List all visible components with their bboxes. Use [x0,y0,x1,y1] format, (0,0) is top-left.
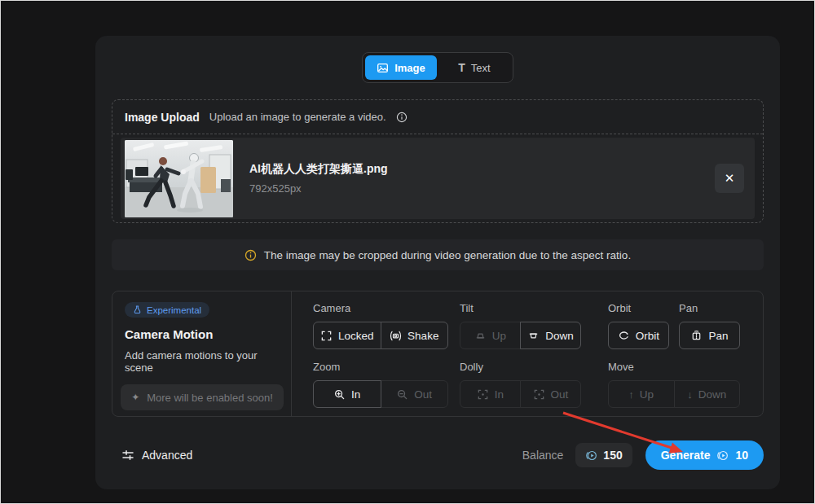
tilt-up-button[interactable]: Up [460,322,521,349]
footer-bar: Advanced Balance 150 Generate 10 [121,440,764,470]
camera-shake-label: Shake [408,330,438,342]
zoom-out-button[interactable]: Out [381,380,449,408]
zoom-out-icon [396,388,408,401]
zoom-label: Zoom [313,361,448,373]
mode-tabbar: Image T Text [362,52,513,83]
experimental-badge-label: Experimental [147,305,201,315]
experimental-badge: Experimental [125,302,209,318]
zoom-out-label: Out [414,388,432,401]
orbit-icon [618,330,630,342]
dolly-in-label: In [495,388,504,401]
text-icon: T [458,62,465,73]
zoom-control-group: Zoom In Out [313,361,448,408]
tilt-up-label: Up [492,330,506,342]
move-control-group: Move ↑ Up ↓ Down [608,361,740,408]
camera-motion-info: Experimental Camera Motion Add camera mo… [112,291,292,416]
camera-shake-button[interactable]: Shake [381,322,449,349]
arrow-up-icon: ↑ [628,389,634,400]
credits-coin-icon [585,449,597,462]
orbit-label: Orbit [608,302,669,314]
balance-label: Balance [522,449,564,462]
balance-pill[interactable]: 150 [575,443,632,467]
file-name: AI机器人人类打架撕逼.png [249,162,388,177]
dolly-out-icon [533,388,545,401]
tilt-label: Tilt [460,302,581,314]
more-enabled-soon-label: More will be enabled soon! [147,392,273,404]
camera-locked-button[interactable]: Locked [313,322,381,349]
dolly-out-label: Out [551,388,569,401]
tilt-up-icon [474,330,487,342]
orbit-button[interactable]: Orbit [608,322,669,349]
generate-cost: 10 [735,449,748,462]
zoom-in-icon [333,388,346,401]
warning-info-icon [244,249,257,261]
camera-motion-subtitle: Add camera motions to your scene [125,349,279,374]
orbit-control-group: Orbit Orbit [608,302,669,349]
tilt-down-button[interactable]: Down [520,322,581,349]
move-up-label: Up [640,388,654,401]
orbit-button-label: Orbit [636,330,659,342]
dolly-label: Dolly [460,361,581,373]
camera-label: Camera [313,302,448,314]
dolly-in-button[interactable]: In [460,380,521,408]
move-down-label: Down [698,388,727,401]
generate-label: Generate [661,449,711,462]
file-dimensions: 792x525px [249,182,388,195]
zoom-in-label: In [351,388,360,401]
pan-button-label: Pan [708,330,728,342]
arrow-down-icon: ↓ [687,389,693,400]
crop-warning-banner: The image may be cropped during video ge… [112,239,764,270]
zoom-in-button[interactable]: In [313,380,381,408]
upload-title: Image Upload [125,111,200,124]
image-upload-header: Image Upload Upload an image to generate… [112,100,763,134]
uploaded-image-thumbnail [125,140,233,217]
move-up-button[interactable]: ↑ Up [608,380,675,408]
advanced-label: Advanced [142,449,192,462]
pan-label: Pan [679,302,740,314]
tab-image-label: Image [394,62,425,74]
pan-icon [690,330,703,342]
dolly-control-group: Dolly In Out [460,361,581,408]
generate-button[interactable]: Generate 10 [645,440,764,470]
camera-control-group: Camera Locked Shake [313,302,448,349]
upload-subtitle: Upload an image to generate a video. [209,111,386,123]
move-down-button[interactable]: ↓ Down [674,380,741,408]
cost-coin-icon [716,449,729,462]
file-info: AI机器人人类打架撕逼.png 792x525px [249,162,388,195]
more-enabled-soon-button[interactable]: ✦ More will be enabled soon! [121,384,284,410]
move-label: Move [608,361,740,373]
tab-text[interactable]: T Text [438,55,510,80]
balance-value: 150 [603,449,622,462]
generation-panel: Image T Text Image Upload Upload an imag… [95,36,780,489]
info-icon[interactable] [396,112,408,123]
pan-button[interactable]: Pan [679,322,740,349]
locked-frame-icon [320,330,333,342]
camera-motion-title: Camera Motion [125,327,279,341]
dolly-in-icon [477,388,489,401]
pan-control-group: Pan Pan [679,302,740,349]
advanced-toggle[interactable]: Advanced [121,449,192,462]
crop-warning-text: The image may be cropped during video ge… [264,249,631,261]
adjustments-icon [121,449,134,462]
close-icon: ✕ [725,171,735,186]
camera-locked-label: Locked [338,330,374,342]
sparkle-icon: ✦ [131,392,139,403]
camera-motion-section: Experimental Camera Motion Add camera mo… [112,291,764,417]
image-icon [377,62,389,74]
image-upload-box: Image Upload Upload an image to generate… [112,99,764,223]
tilt-down-icon [527,330,540,342]
uploaded-file-row: AI机器人人类打架撕逼.png 792x525px ✕ [121,138,755,219]
shake-camera-icon [390,330,402,342]
tab-image[interactable]: Image [365,55,437,80]
dolly-out-button[interactable]: Out [520,380,581,408]
remove-image-button[interactable]: ✕ [715,164,744,193]
flask-icon [133,305,142,314]
tilt-down-label: Down [545,330,574,342]
tilt-control-group: Tilt Up Down [460,302,581,349]
tab-text-label: Text [471,62,491,74]
